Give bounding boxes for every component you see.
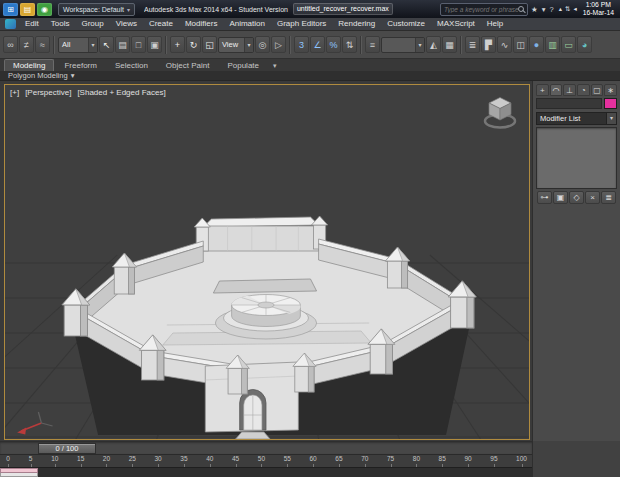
ribbon-tab-populate[interactable]: Populate	[219, 60, 267, 71]
menu-item-rendering[interactable]: Rendering	[332, 18, 381, 30]
snaps-toggle-icon[interactable]: 3	[294, 36, 309, 53]
viewport-menu-shading[interactable]: [Shaded + Edged Faces]	[77, 88, 165, 97]
menu-item-maxscript[interactable]: MAXScript	[431, 18, 481, 30]
menu-item-help[interactable]: Help	[481, 18, 509, 30]
toolbar-divider	[460, 36, 462, 54]
tab-modify[interactable]: ◠	[550, 84, 563, 96]
taskbar-clock[interactable]: 1:06 PM 16-Mar-14	[580, 1, 617, 18]
listener-script-line[interactable]	[0, 473, 38, 477]
clock-time: 1:06 PM	[583, 1, 614, 9]
rectangular-selection-region-icon[interactable]: □	[131, 36, 146, 53]
named-selection-sets-dropdown[interactable]: ▾	[381, 37, 425, 53]
layer-manager-icon[interactable]: ≣	[465, 36, 480, 53]
angle-snap-icon[interactable]: ∠	[310, 36, 325, 53]
reference-coordinate-dropdown[interactable]: View▾	[218, 37, 254, 53]
show-hidden-icons-icon[interactable]: ▴	[559, 5, 562, 13]
bind-to-space-warp-icon[interactable]: ≈	[35, 36, 50, 53]
menu-item-views[interactable]: Views	[110, 18, 143, 30]
help-icon[interactable]: ?	[549, 3, 553, 16]
menu-item-graph-editors[interactable]: Graph Editors	[271, 18, 332, 30]
selection-filter-dropdown[interactable]: All▾	[58, 37, 98, 53]
menu-item-animation[interactable]: Animation	[223, 18, 271, 30]
maxscript-mini-listener	[0, 468, 38, 477]
volume-icon[interactable]: ◂	[573, 5, 576, 13]
ribbon-tab-selection[interactable]: Selection	[107, 60, 156, 71]
trackbar-tick: 85	[439, 456, 446, 463]
modifier-list-label: Modifier List	[537, 114, 606, 123]
tab-motion[interactable]: ◔	[577, 84, 590, 96]
menu-item-create[interactable]: Create	[143, 18, 179, 30]
remove-modifier-button[interactable]: ×	[585, 191, 600, 204]
select-by-name-icon[interactable]: ▤	[115, 36, 130, 53]
trackbar-ruler[interactable]: 0510152025303540455055606570758085909510…	[0, 454, 532, 467]
browser-icon[interactable]: ◉	[37, 3, 52, 16]
polygon-modeling-panel[interactable]: Polygon Modeling	[8, 71, 68, 80]
perspective-viewport[interactable]: [+] [Perspective] [Shaded + Edged Faces]	[4, 84, 530, 440]
make-unique-button[interactable]: ◇	[569, 191, 584, 204]
file-explorer-icon[interactable]: ▤	[20, 3, 35, 16]
menu-item-modifiers[interactable]: Modifiers	[179, 18, 223, 30]
workspace-label: Workspace: Default	[63, 6, 124, 13]
select-and-link-icon[interactable]: ∞	[3, 36, 18, 53]
select-and-scale-icon[interactable]: ◱	[202, 36, 217, 53]
schematic-view-icon[interactable]: ◫	[513, 36, 528, 53]
window-crossing-icon[interactable]: ▣	[147, 36, 162, 53]
object-name-field[interactable]	[536, 98, 602, 109]
communication-center-icon[interactable]: ▾	[542, 3, 546, 16]
sign-in-icon[interactable]: ★	[531, 3, 538, 16]
select-and-move-icon[interactable]: +	[170, 36, 185, 53]
time-slider[interactable]: 0 / 100	[0, 441, 532, 454]
menu-item-tools[interactable]: Tools	[45, 18, 76, 30]
mirror-icon[interactable]: ◭	[426, 36, 441, 53]
pin-stack-button[interactable]: ⊶	[537, 191, 552, 204]
time-slider-handle[interactable]: 0 / 100	[38, 443, 96, 454]
tab-create[interactable]: +	[536, 84, 549, 96]
trackbar-tick: 60	[309, 456, 316, 463]
menu-item-group[interactable]: Group	[75, 18, 109, 30]
search-input[interactable]	[444, 6, 518, 13]
ribbon-tab-freeform[interactable]: Freeform	[56, 60, 104, 71]
unlink-selection-icon[interactable]: ≠	[19, 36, 34, 53]
ribbon-tab-modeling[interactable]: Modeling	[4, 59, 54, 71]
viewport-menu-view[interactable]: [Perspective]	[25, 88, 71, 97]
modifier-stack[interactable]	[536, 127, 617, 189]
viewcube[interactable]	[481, 90, 519, 132]
graphite-ribbon-toggle-icon[interactable]: ▛	[481, 36, 496, 53]
edit-named-selection-sets-icon[interactable]: ≡	[365, 36, 380, 53]
render-production-icon[interactable]: ◕	[577, 36, 592, 53]
infocenter-icons: ★▾?	[531, 3, 554, 16]
spinner-snap-icon[interactable]: ⇅	[342, 36, 357, 53]
select-and-manipulate-icon[interactable]: ▷	[271, 36, 286, 53]
start-menu-icon[interactable]: ⊞	[3, 3, 18, 16]
ribbon-minimize-icon[interactable]: ▾	[269, 60, 281, 71]
bottom-right-panel	[532, 441, 620, 477]
modifier-list-dropdown[interactable]: Modifier List ▾	[536, 112, 617, 125]
select-object-icon[interactable]: ↖	[99, 36, 114, 53]
show-end-result-button[interactable]: ▣	[553, 191, 568, 204]
viewport-menu-general[interactable]: [+]	[10, 88, 19, 97]
align-icon[interactable]: ▦	[442, 36, 457, 53]
workspace-dropdown[interactable]: Workspace: Default ▾	[58, 3, 135, 16]
rendered-frame-window-icon[interactable]: ▭	[561, 36, 576, 53]
network-status-icon[interactable]: ⇅	[565, 5, 570, 13]
infocenter-search[interactable]	[440, 3, 528, 16]
material-editor-icon[interactable]: ●	[529, 36, 544, 53]
configure-modifier-sets-button[interactable]: ≣	[601, 191, 616, 204]
ribbon-tab-object-paint[interactable]: Object Paint	[158, 60, 218, 71]
chevron-down-icon: ▾	[71, 71, 75, 80]
trackbar-tick: 40	[206, 456, 213, 463]
tab-utilities[interactable]: ∗	[604, 84, 617, 96]
trackbar-tick: 50	[258, 456, 265, 463]
select-and-rotate-icon[interactable]: ↻	[186, 36, 201, 53]
tab-hierarchy[interactable]: ⊥	[563, 84, 576, 96]
curve-editor-icon[interactable]: ∿	[497, 36, 512, 53]
menu-item-edit[interactable]: Edit	[19, 18, 45, 30]
application-menu-icon[interactable]	[5, 19, 16, 29]
clock-date: 16-Mar-14	[583, 9, 614, 17]
object-color-swatch[interactable]	[604, 98, 617, 109]
render-setup-icon[interactable]: ▥	[545, 36, 560, 53]
tab-display[interactable]: ▢	[591, 84, 604, 96]
menu-item-customize[interactable]: Customize	[381, 18, 431, 30]
percent-snap-icon[interactable]: %	[326, 36, 341, 53]
use-pivot-point-icon[interactable]: ◎	[255, 36, 270, 53]
